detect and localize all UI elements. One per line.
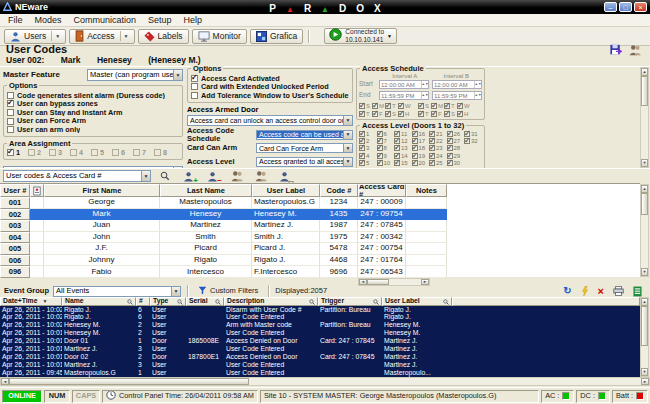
menu-item-help[interactable]: Help [178, 15, 209, 26]
door-checkbox[interactable] [394, 160, 400, 166]
table-row[interactable]: 002MarkHeneseyHenesey M.1435247 : 09754 [0, 209, 640, 221]
card-option-checkbox[interactable] [191, 83, 198, 90]
delete-event-icon[interactable]: × [598, 286, 604, 297]
event-row[interactable]: Apr 26, 2011 - 10:02Rigato J.6UserDisarm… [0, 306, 640, 314]
user-column-header[interactable]: First Name [44, 184, 160, 197]
scroll-thumb[interactable] [641, 306, 648, 346]
toolbar-button-users[interactable]: Users▼ [4, 29, 66, 44]
user-option-checkbox[interactable] [7, 118, 14, 125]
minimize-button[interactable]: – [604, 2, 617, 12]
scroll-thumb[interactable] [641, 193, 648, 215]
table-row[interactable]: 096FabioIntercescoF.Intercesco9696247 : … [0, 266, 640, 278]
day-checkbox[interactable] [385, 111, 391, 117]
event-column-header[interactable]: User Label [382, 297, 452, 306]
menu-item-file[interactable]: File [2, 15, 29, 26]
scroll-thumb[interactable] [641, 76, 648, 106]
scroll-down-icon[interactable]: ▼ [641, 368, 648, 376]
add-user-icon[interactable]: + [180, 170, 197, 183]
event-row[interactable]: Apr 26, 2011 - 10:02Henesey M.2UserArm w… [0, 322, 640, 330]
table-row[interactable]: 004JohnSmithSmith J.1975247 : 00342 [0, 232, 640, 244]
lightning-icon[interactable] [581, 286, 589, 296]
spinner-arrows-icon[interactable]: ▲▼ [421, 81, 428, 88]
toolbar-button-monitor[interactable]: Monitor [192, 29, 247, 44]
access-code-schedule-select[interactable]: Access code can be used anyti▼ [256, 130, 353, 140]
scroll-up-icon[interactable]: ▲ [641, 68, 648, 76]
chevron-down-icon[interactable]: ▼ [120, 31, 129, 41]
toolbar-button-access[interactable]: Access▼ [69, 29, 134, 44]
scroll-right-icon[interactable]: ► [421, 279, 429, 285]
spinner-arrows-icon[interactable]: ▲▼ [474, 81, 481, 88]
save-icon[interactable] [609, 43, 622, 59]
copy-user-from-icon[interactable] [252, 170, 269, 183]
event-column-header[interactable]: Date+Time▼ [0, 297, 62, 306]
event-row[interactable]: Apr 26, 2011 - 09:45Masteropoulos.G1User… [0, 369, 640, 377]
interval-a-start-spinner[interactable]: 12:00:00 AM▲▼ [379, 80, 429, 89]
restore-button[interactable]: □ [619, 2, 632, 12]
menu-item-communication[interactable]: Communication [68, 15, 143, 26]
master-feature-select[interactable]: Master (can program user cod ▼ [87, 69, 183, 81]
event-column-header[interactable]: Serial [186, 297, 224, 306]
scroll-down-icon[interactable]: ▼ [641, 159, 648, 167]
user-column-header[interactable]: Code # [320, 184, 358, 197]
day-checkbox[interactable] [418, 111, 424, 117]
toolbar-button-grafica[interactable]: Grafica [250, 29, 303, 44]
user-column-header[interactable]: Last Name [160, 184, 252, 197]
user-option-checkbox[interactable] [7, 126, 14, 133]
event-row[interactable]: Apr 26, 2011 - 10:01Henesey M.2UserUser … [0, 330, 640, 338]
custom-filters-button[interactable]: Custom Filters [194, 286, 262, 297]
user-column-header[interactable]: Notes [406, 184, 447, 197]
print-icon[interactable] [613, 286, 624, 296]
close-button[interactable]: × [634, 2, 647, 12]
remove-user-icon[interactable]: − [204, 170, 221, 183]
scroll-left-icon[interactable]: ◄ [1, 378, 9, 385]
scroll-up-icon[interactable]: ▲ [641, 185, 648, 193]
refresh-icon[interactable]: ↻ [563, 286, 571, 296]
spinner-arrows-icon[interactable]: ▲▼ [421, 92, 428, 99]
day-checkbox[interactable] [359, 111, 365, 117]
event-row[interactable]: Apr 26, 2011 - 10:01Martinez J.3UserUser… [0, 345, 640, 353]
door-checkbox[interactable] [447, 160, 453, 166]
event-row[interactable]: Apr 26, 2011 - 10:01Door 011Door1865008E… [0, 338, 640, 346]
door-checkbox[interactable] [464, 138, 470, 144]
column-search-icon[interactable] [215, 299, 221, 305]
toolbar-button-labels[interactable]: Labels [138, 29, 189, 44]
user-option-checkbox[interactable] [7, 109, 14, 116]
user-table-hscrollbar[interactable]: ◄ ► [358, 278, 430, 286]
door-checkbox[interactable] [359, 160, 365, 166]
table-row[interactable]: 003JuanMartinezMartinez J.1987247 : 0784… [0, 220, 640, 232]
event-row[interactable]: Apr 26, 2011 - 10:01Martinez J.3UserUser… [0, 361, 640, 369]
day-checkbox[interactable] [457, 111, 463, 117]
event-column-header[interactable]: Description [224, 297, 318, 306]
door-checkbox[interactable] [429, 160, 435, 166]
event-column-header[interactable]: Name [62, 297, 136, 306]
user-option-checkbox[interactable] [7, 100, 14, 107]
interval-a-end-spinner[interactable]: 11:59:59 PM▲▼ [379, 91, 429, 100]
card-option-checkbox[interactable] [191, 92, 198, 99]
table-row[interactable]: 006JohnnyRigatoRigato J.4468247 : 01764 [0, 255, 640, 267]
user-column-header[interactable]: User # [0, 184, 30, 197]
menu-item-setup[interactable]: Setup [142, 15, 178, 26]
door-checkbox[interactable] [412, 160, 418, 166]
access-level-select[interactable]: Access granted to all access co▼ [256, 157, 353, 167]
day-checkbox[interactable] [398, 111, 404, 117]
export-icon[interactable] [633, 286, 642, 297]
options-scrollbar[interactable]: ▲ ▼ [640, 67, 649, 168]
scroll-right-icon[interactable]: ► [641, 378, 649, 385]
scroll-up-icon[interactable]: ▲ [641, 298, 648, 306]
area-checkbox[interactable] [7, 149, 14, 156]
event-table-hscrollbar[interactable]: ◄ ► [0, 377, 650, 386]
scroll-left-icon[interactable]: ◄ [359, 279, 367, 285]
scroll-down-icon[interactable]: ▼ [641, 268, 648, 276]
user-filter-select[interactable]: User codes & Access Card # ▼ [3, 170, 151, 182]
event-group-select[interactable]: All Events ▼ [53, 286, 181, 297]
day-checkbox[interactable] [444, 111, 450, 117]
chevron-down-icon[interactable]: ▼ [51, 31, 60, 41]
interval-b-end-spinner[interactable]: 11:59:59 PM▲▼ [432, 91, 482, 100]
menu-item-modes[interactable]: Modes [29, 15, 68, 26]
card-column-icon[interactable] [30, 184, 44, 197]
connection-selector[interactable]: Connected to 10.10.10.141 ▼ [324, 28, 397, 44]
interval-b-start-spinner[interactable]: 12:00:00 AM▲▼ [432, 80, 482, 89]
access-armed-door-select[interactable]: Access card can unlock an access control… [187, 115, 353, 126]
table-row[interactable]: 001GeorgeMasteropoulosMasteropoulos.G123… [0, 197, 640, 209]
user-column-header[interactable]: User Label [252, 184, 320, 197]
